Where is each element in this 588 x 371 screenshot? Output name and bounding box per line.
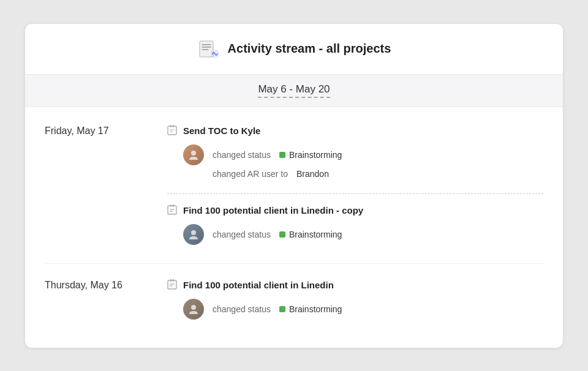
activity-row-2: changed status Brainstorming [167, 224, 543, 245]
task-title-3: Find 100 potential client in Linedin [183, 280, 334, 290]
activity-text-1: changed status [213, 150, 271, 160]
svg-rect-7 [173, 125, 174, 127]
tasks-col-thursday: Find 100 potential client in Linedin cha… [167, 279, 543, 333]
svg-rect-17 [168, 280, 176, 289]
activity-row-3: changed status Brainstorming [167, 299, 543, 320]
date-range-label: May 6 - May 20 [258, 83, 330, 98]
day-label-col-thursday: Thursday, May 16 [45, 279, 167, 333]
ar-row-1: changed AR user to Brandon [167, 169, 543, 179]
status-dot-2 [279, 231, 285, 238]
svg-rect-5 [168, 126, 176, 135]
day-section-friday: Friday, May 17 [45, 107, 543, 258]
day-label-col-friday: Friday, May 17 [45, 124, 167, 258]
task-title-row-3: Find 100 potential client in Linedin [167, 279, 543, 291]
tasks-col-friday: Send TOC to Kyle changed status [167, 124, 543, 258]
ar-text-1: changed AR user to [213, 169, 288, 179]
status-label-3: Brainstorming [289, 304, 342, 314]
status-label-2: Brainstorming [289, 230, 342, 239]
status-dot-3 [279, 306, 285, 312]
svg-rect-18 [170, 279, 172, 282]
svg-point-16 [191, 230, 196, 235]
day-section-thursday: Thursday, May 16 [45, 264, 543, 348]
avatar-3 [183, 299, 204, 320]
page-title: Activity stream - all projects [228, 42, 391, 56]
day-label-friday: Friday, May 17 [45, 126, 109, 136]
activity-stream-icon [197, 37, 221, 61]
task-title-1: Send TOC to Kyle [183, 126, 260, 136]
content-area: Friday, May 17 [25, 107, 563, 348]
status-badge-3: Brainstorming [279, 304, 342, 314]
task-icon-1 [167, 124, 177, 137]
task-icon-2 [167, 204, 177, 217]
svg-rect-6 [170, 125, 172, 127]
svg-rect-12 [170, 204, 172, 207]
avatar-2 [183, 224, 204, 245]
svg-rect-19 [173, 279, 174, 282]
svg-rect-11 [168, 206, 176, 214]
activity-row-1: changed status Brainstorming [167, 144, 543, 165]
task-block-find-100: Find 100 potential client in Linedin cha… [167, 279, 543, 333]
status-label-1: Brainstorming [289, 150, 342, 160]
status-badge-1: Brainstorming [279, 150, 342, 160]
status-dot-1 [279, 152, 285, 158]
card-header: Activity stream - all projects [25, 24, 563, 75]
date-range-bar: May 6 - May 20 [25, 75, 563, 107]
task-block-send-toc: Send TOC to Kyle changed status [167, 124, 543, 193]
task-title-row-1: Send TOC to Kyle [167, 124, 543, 137]
task-block-find-100-copy: Find 100 potential client in Linedin - c… [167, 193, 543, 258]
svg-point-22 [191, 305, 196, 310]
activity-text-2: changed status [213, 230, 271, 239]
ar-user-1: Brandon [296, 169, 329, 179]
activity-text-3: changed status [213, 304, 271, 314]
avatar-1 [183, 144, 204, 165]
svg-point-10 [191, 151, 196, 156]
task-title-row-2: Find 100 potential client in Linedin - c… [167, 204, 543, 217]
status-badge-2: Brainstorming [279, 230, 342, 239]
day-label-thursday: Thursday, May 16 [45, 280, 123, 290]
task-icon-3 [167, 279, 177, 291]
task-title-2: Find 100 potential client in Linedin - c… [183, 205, 363, 215]
svg-rect-13 [173, 204, 174, 207]
activity-stream-card: Activity stream - all projects May 6 - M… [24, 23, 564, 348]
